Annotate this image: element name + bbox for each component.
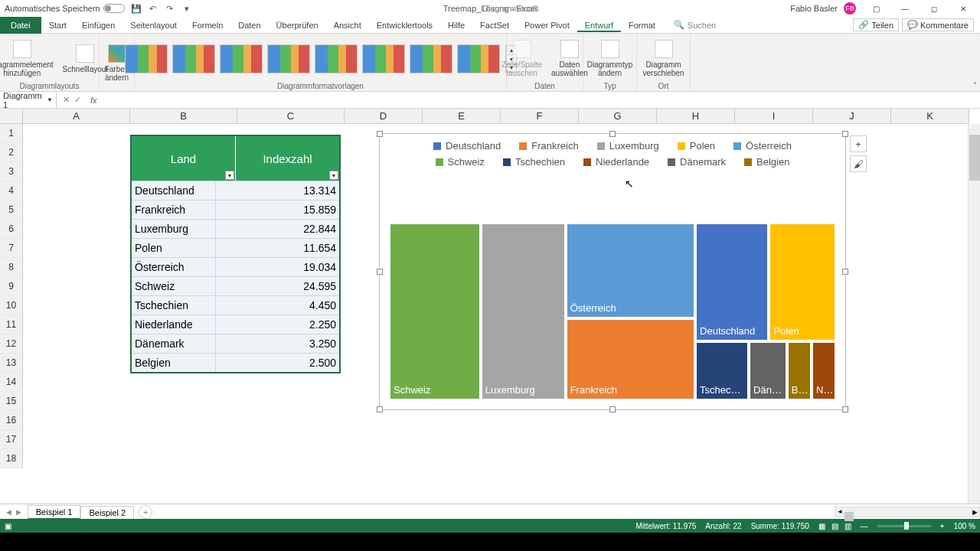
treemap-block[interactable]: Schweiz: [389, 223, 481, 400]
treemap-block[interactable]: Polen: [769, 223, 836, 341]
maximize-button[interactable]: ◻: [920, 0, 948, 17]
worksheet[interactable]: ABCDEFGHIJK 123456789101112131415161718 …: [0, 109, 980, 504]
collapse-ribbon-icon[interactable]: ˄: [973, 81, 977, 90]
chart-styles-gallery[interactable]: ▴▾▾: [124, 35, 517, 82]
column-header[interactable]: J: [813, 109, 891, 124]
treemap-block[interactable]: Deutschland: [695, 223, 769, 341]
resize-handle[interactable]: [377, 269, 383, 275]
record-macro-icon[interactable]: ▣: [5, 522, 11, 530]
zoom-slider[interactable]: [877, 525, 931, 527]
zoom-in-button[interactable]: +: [940, 522, 945, 530]
select-all-corner[interactable]: [0, 109, 23, 124]
row-header[interactable]: 3: [0, 162, 23, 181]
row-header[interactable]: 13: [0, 354, 23, 373]
legend-item[interactable]: Luxemburg: [597, 140, 659, 152]
resize-handle[interactable]: [842, 269, 848, 275]
autosave-toggle[interactable]: Automatisches Speichern: [5, 4, 125, 13]
treemap-block[interactable]: Tschec…: [695, 341, 749, 400]
table-row[interactable]: Luxemburg22.844: [132, 219, 339, 238]
column-header[interactable]: D: [345, 109, 423, 124]
tab-entwicklertools[interactable]: Entwicklertools: [369, 18, 440, 32]
treemap-block[interactable]: Luxemburg: [481, 223, 566, 400]
column-header[interactable]: K: [891, 109, 969, 124]
row-header[interactable]: 18: [0, 449, 23, 468]
resize-handle[interactable]: [609, 131, 616, 137]
column-header[interactable]: G: [579, 109, 657, 124]
table-row[interactable]: Dänemark3.250: [132, 334, 339, 353]
resize-handle[interactable]: [842, 131, 848, 137]
sheet-tab-2[interactable]: Beispiel 2: [80, 506, 134, 519]
tab-hilfe[interactable]: Hilfe: [440, 18, 472, 32]
column-header[interactable]: B: [130, 109, 237, 124]
column-header[interactable]: E: [423, 109, 501, 124]
row-header[interactable]: 4: [0, 181, 23, 201]
row-header[interactable]: 11: [0, 315, 23, 334]
table-row[interactable]: Belgien2.500: [132, 353, 339, 372]
table-header-index[interactable]: Indexzahl▼: [236, 136, 339, 181]
legend-item[interactable]: Dänemark: [668, 156, 726, 168]
tab-power pivot[interactable]: Power Pivot: [517, 18, 577, 32]
row-header[interactable]: 6: [0, 220, 23, 239]
change-chart-type-button[interactable]: Diagrammtyp ändern: [584, 38, 635, 79]
row-header[interactable]: 1: [0, 124, 23, 143]
legend-item[interactable]: Tschechien: [503, 156, 565, 168]
treemap-block[interactable]: N…: [812, 341, 836, 400]
tab-formeln[interactable]: Formeln: [185, 18, 230, 32]
filter-dropdown-icon[interactable]: ▼: [329, 171, 338, 180]
treemap-block[interactable]: Dän…: [749, 341, 787, 400]
tab-entwurf[interactable]: Entwurf: [577, 18, 621, 32]
share-button[interactable]: 🔗 Teilen: [853, 18, 899, 31]
treemap-plot[interactable]: SchweizLuxemburgÖsterreichFrankreichDeut…: [389, 223, 836, 400]
column-header[interactable]: F: [501, 109, 579, 124]
redo-icon[interactable]: ↷: [165, 3, 175, 14]
table-header-land[interactable]: Land▼: [132, 136, 236, 181]
legend-item[interactable]: Frankreich: [519, 140, 578, 152]
tab-seitenlayout[interactable]: Seitenlayout: [122, 18, 185, 32]
treemap-block[interactable]: B…: [787, 341, 812, 400]
chart-styles-button[interactable]: 🖌: [850, 155, 867, 172]
filter-dropdown-icon[interactable]: ▼: [225, 171, 234, 180]
zoom-out-button[interactable]: —: [861, 522, 868, 530]
row-header[interactable]: 8: [0, 258, 23, 277]
legend-item[interactable]: Polen: [678, 140, 715, 152]
tab-file[interactable]: Datei: [0, 17, 41, 34]
row-header[interactable]: 15: [0, 392, 23, 411]
row-header[interactable]: 5: [0, 201, 23, 220]
resize-handle[interactable]: [609, 406, 616, 412]
row-header[interactable]: 17: [0, 430, 23, 449]
data-table[interactable]: Land▼ Indexzahl▼ Deutschland13.314Frankr…: [130, 135, 341, 373]
tab-factset[interactable]: FactSet: [472, 18, 517, 32]
row-header[interactable]: 7: [0, 239, 23, 258]
user-badge[interactable]: FB: [844, 2, 856, 15]
tab-daten[interactable]: Daten: [230, 18, 268, 32]
table-row[interactable]: Tschechien4.450: [132, 295, 339, 315]
tab-ansicht[interactable]: Ansicht: [326, 18, 369, 32]
page-break-view-icon[interactable]: ▥: [844, 522, 851, 530]
table-row[interactable]: Frankreich15.859: [132, 200, 339, 219]
tab-start[interactable]: Start: [41, 18, 74, 32]
treemap-block[interactable]: Österreich: [566, 223, 695, 318]
legend-item[interactable]: Belgien: [744, 156, 789, 168]
resize-handle[interactable]: [377, 406, 383, 412]
treemap-chart[interactable]: + 🖌 DeutschlandFrankreichLuxemburgPolenÖ…: [379, 133, 846, 410]
sheet-nav-prev-icon[interactable]: ◄: [5, 507, 13, 517]
add-sheet-button[interactable]: +: [139, 505, 152, 519]
table-row[interactable]: Niederlande2.250: [132, 315, 339, 334]
cancel-formula-icon[interactable]: ✕: [63, 95, 70, 105]
column-header[interactable]: A: [23, 109, 130, 124]
sheet-tab-1[interactable]: Beispiel 1: [28, 505, 81, 520]
vertical-scrollbar[interactable]: [968, 124, 980, 504]
fx-icon[interactable]: fx: [87, 96, 97, 105]
tab-einfügen[interactable]: Einfügen: [74, 18, 122, 32]
search-icon[interactable]: 🔍: [663, 20, 684, 30]
horizontal-scrollbar[interactable]: ◄►: [835, 507, 980, 517]
row-header[interactable]: 10: [0, 296, 23, 315]
tab-überprüfen[interactable]: Überprüfen: [269, 18, 326, 32]
treemap-block[interactable]: Frankreich: [566, 318, 695, 400]
comments-button[interactable]: 💬 Kommentare: [902, 18, 974, 31]
row-header[interactable]: 16: [0, 411, 23, 430]
row-header[interactable]: 9: [0, 277, 23, 296]
chart-legend[interactable]: DeutschlandFrankreichLuxemburgPolenÖster…: [380, 134, 845, 171]
name-box[interactable]: Diagramm 1▼: [0, 91, 57, 109]
qat-more-icon[interactable]: ▾: [181, 3, 192, 14]
